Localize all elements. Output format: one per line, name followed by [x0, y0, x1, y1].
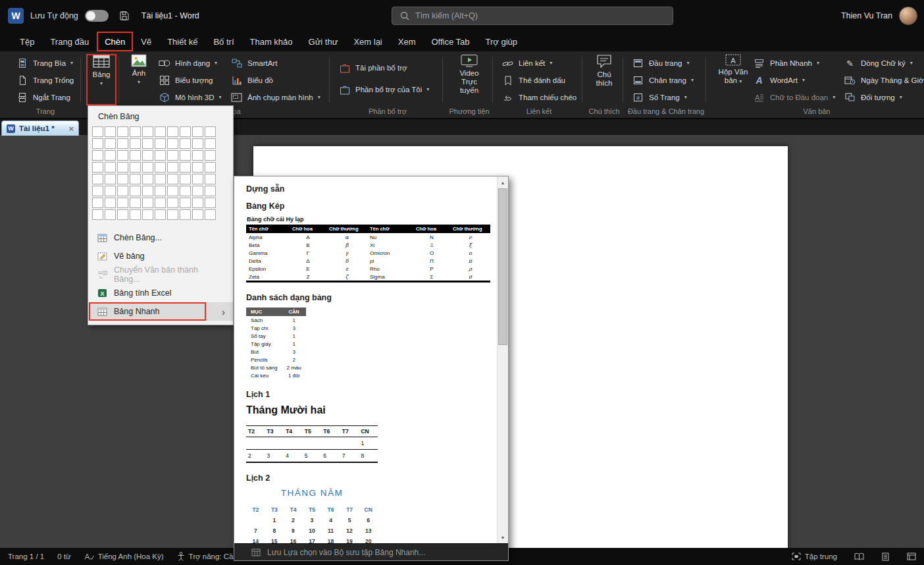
table-size-cell[interactable] [167, 198, 178, 208]
table-size-cell[interactable] [180, 198, 191, 208]
table-button[interactable]: Bảng ▾ [86, 54, 116, 105]
gallery-scrollbar[interactable]: ▲ ▼ [497, 176, 508, 543]
table-size-cell[interactable] [205, 174, 216, 184]
word-count[interactable]: 0 từ [57, 552, 70, 560]
focus-mode-button[interactable]: Tập trung [792, 552, 837, 560]
table-size-cell[interactable] [130, 150, 141, 161]
table-size-cell[interactable] [192, 174, 203, 184]
table-size-grid[interactable] [88, 126, 233, 220]
table-size-cell[interactable] [92, 138, 103, 149]
gallery-item-tabular-list[interactable]: MỤCCẦNSách1Tạp chí3Sổ tay1Tập giấy1Bút3P… [246, 308, 489, 379]
table-size-cell[interactable] [130, 186, 141, 196]
scrollbar-thumb[interactable] [498, 188, 507, 345]
scroll-down-icon[interactable]: ▼ [498, 532, 508, 543]
table-size-cell[interactable] [142, 174, 153, 184]
wordart-button[interactable]: A WordArt ▾ [753, 72, 805, 88]
table-size-cell[interactable] [130, 174, 141, 184]
table-size-cell[interactable] [92, 126, 103, 137]
table-size-cell[interactable] [105, 150, 116, 161]
object-button[interactable]: Đối tượng ▾ [844, 90, 902, 105]
table-size-cell[interactable] [142, 162, 153, 173]
comment-button[interactable]: Chú thích [589, 54, 619, 105]
table-size-cell[interactable] [192, 162, 203, 173]
shapes-button[interactable]: Hình dạng ▾ [158, 55, 217, 71]
table-size-cell[interactable] [155, 186, 166, 196]
cross-reference-button[interactable]: Tham chiếu chéo [501, 90, 577, 105]
table-size-cell[interactable] [167, 186, 178, 196]
text-box-button[interactable]: A Hộp Văn bản ▾ [716, 54, 750, 105]
table-size-cell[interactable] [180, 209, 191, 220]
icons-button[interactable]: Biểu tượng [158, 72, 213, 88]
smartart-button[interactable]: SmartArt [230, 55, 277, 71]
table-size-cell[interactable] [205, 198, 216, 208]
footer-button[interactable]: Chân trang ▾ [632, 72, 694, 88]
table-size-cell[interactable] [192, 138, 203, 149]
tab-view[interactable]: Xem [390, 32, 424, 51]
table-size-cell[interactable] [155, 174, 166, 184]
table-size-cell[interactable] [167, 174, 178, 184]
online-video-button[interactable]: Video Trực tuyến [454, 54, 484, 105]
menu-item-excel-spreadsheet[interactable]: X Bảng tính Excel [88, 284, 233, 302]
tab-home[interactable]: Trang đầu [42, 32, 97, 51]
table-size-cell[interactable] [117, 174, 128, 184]
gallery-item-calendar1[interactable]: Tháng Mười hai T2T3T4T5T6T7CN12345678 [246, 404, 489, 463]
table-size-cell[interactable] [205, 138, 216, 149]
page-indicator[interactable]: Trang 1 / 1 [8, 552, 44, 560]
read-mode-button[interactable] [854, 552, 864, 560]
table-size-cell[interactable] [155, 198, 166, 208]
table-size-cell[interactable] [130, 138, 141, 149]
table-size-cell[interactable] [117, 209, 128, 220]
table-size-cell[interactable] [192, 186, 203, 196]
blank-page-button[interactable]: Trang Trống [16, 72, 74, 88]
table-size-cell[interactable] [192, 150, 203, 161]
cover-page-button[interactable]: Trang Bìa ▾ [16, 55, 73, 71]
table-size-cell[interactable] [105, 126, 116, 137]
chart-button[interactable]: Biểu đồ [230, 72, 273, 88]
save-button[interactable] [119, 11, 130, 21]
table-size-cell[interactable] [205, 150, 216, 161]
menu-item-quick-tables[interactable]: Bảng Nhanh › [88, 302, 233, 321]
table-size-cell[interactable] [117, 150, 128, 161]
table-size-cell[interactable] [92, 174, 103, 184]
table-size-cell[interactable] [142, 150, 153, 161]
get-addins-button[interactable]: Tải phần bổ trợ [338, 60, 407, 76]
date-time-button[interactable]: Ngày Tháng & Giờ [844, 72, 924, 88]
document-tab[interactable]: W Tài liệu1 * × [1, 121, 79, 136]
table-size-cell[interactable] [105, 138, 116, 149]
menu-item-insert-table[interactable]: Chèn Bảng... [88, 229, 233, 247]
table-size-cell[interactable] [130, 162, 141, 173]
table-size-cell[interactable] [180, 186, 191, 196]
print-layout-button[interactable] [881, 552, 890, 561]
screenshot-button[interactable]: Ảnh chụp màn hình ▾ [230, 90, 321, 105]
table-size-cell[interactable] [180, 150, 191, 161]
tab-file[interactable]: Tệp [12, 32, 42, 51]
tab-office-tab[interactable]: Office Tab [424, 32, 478, 51]
table-size-cell[interactable] [180, 174, 191, 184]
table-size-cell[interactable] [205, 126, 216, 137]
table-size-cell[interactable] [130, 198, 141, 208]
table-size-cell[interactable] [92, 186, 103, 196]
bookmark-button[interactable]: Thẻ đánh dấu [501, 72, 565, 88]
table-size-cell[interactable] [180, 162, 191, 173]
table-size-cell[interactable] [92, 150, 103, 161]
tab-insert[interactable]: Chèn [97, 32, 133, 51]
table-size-cell[interactable] [92, 198, 103, 208]
table-size-cell[interactable] [105, 186, 116, 196]
page-break-button[interactable]: Ngắt Trang [16, 90, 70, 105]
close-tab-icon[interactable]: × [68, 124, 74, 134]
table-size-cell[interactable] [142, 126, 153, 137]
table-size-cell[interactable] [117, 198, 128, 208]
table-size-cell[interactable] [155, 126, 166, 137]
signature-line-button[interactable]: ✎ Dòng Chữ ký ▾ [844, 55, 913, 71]
tab-draw[interactable]: Vẽ [133, 32, 159, 51]
save-selection-quick-tables-item[interactable]: Lưu Lựa chọn vào Bộ sưu tập Bảng Nhanh..… [234, 543, 508, 560]
table-size-cell[interactable] [192, 126, 203, 137]
table-size-cell[interactable] [130, 126, 141, 137]
table-size-cell[interactable] [92, 209, 103, 220]
header-button[interactable]: Đầu trang ▾ [632, 55, 690, 71]
page-number-button[interactable]: # Số Trang ▾ [632, 90, 687, 105]
table-size-cell[interactable] [117, 138, 128, 149]
table-size-cell[interactable] [167, 126, 178, 137]
table-size-cell[interactable] [117, 162, 128, 173]
autosave-toggle[interactable] [85, 10, 109, 22]
